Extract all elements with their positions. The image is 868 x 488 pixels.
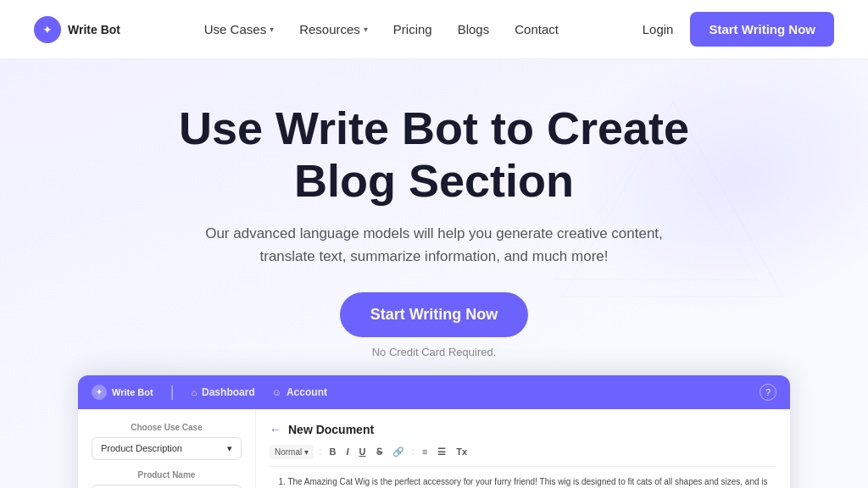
hero-title: Use Write Bot to Create Blog Section <box>17 102 851 207</box>
nav-resources[interactable]: Resources ▾ <box>299 22 368 36</box>
italic-button[interactable]: I <box>344 445 352 458</box>
chevron-down-icon: ▾ <box>227 443 232 454</box>
dash-logo-icon: ✦ <box>92 385 107 400</box>
hero-subtitle: Our advanced language models will help y… <box>197 222 671 268</box>
chevron-down-icon: ▾ <box>270 25 274 34</box>
underline-button[interactable]: U <box>357 445 369 458</box>
bullet-list-button[interactable]: ≡ <box>420 445 430 458</box>
use-case-label: Choose Use Case <box>92 423 242 432</box>
logo-text: Write Bot <box>68 23 120 36</box>
user-icon: ☺ <box>272 387 281 397</box>
nav-contact[interactable]: Contact <box>515 22 559 36</box>
nav-links: Use Cases ▾ Resources ▾ Pricing Blogs Co… <box>204 22 559 36</box>
use-case-select[interactable]: Product Description ▾ <box>92 437 242 460</box>
home-icon: ⌂ <box>191 387 197 397</box>
topbar-separator: | <box>170 383 175 401</box>
back-arrow-icon[interactable]: ← <box>270 423 281 436</box>
chevron-down-icon: ▾ <box>304 447 309 457</box>
dashboard-left-panel: Choose Use Case Product Description ▾ Pr… <box>78 409 256 488</box>
dash-help-button[interactable]: ? <box>760 384 776 401</box>
login-button[interactable]: Login <box>643 22 674 36</box>
dash-nav-dashboard[interactable]: ⌂ Dashboard <box>191 386 254 398</box>
bold-button[interactable]: B <box>327 445 339 458</box>
logo[interactable]: ✦ Write Bot <box>34 16 120 43</box>
editor-content[interactable]: 1. The Amazing Cat Wig is the perfect ac… <box>270 475 776 488</box>
hero-cta-button[interactable]: Start Writing Now <box>340 292 529 337</box>
document-header: ← New Document <box>270 423 776 436</box>
logo-icon: ✦ <box>34 16 61 43</box>
product-name-label: Product Name <box>92 470 242 480</box>
bg-decoration-x: ✕ <box>17 477 85 488</box>
text-style-dropdown[interactable]: Normal ▾ <box>270 445 314 459</box>
toolbar-separator: : <box>319 446 321 458</box>
toolbar-separator-2: : <box>412 446 415 458</box>
nav-cta-button[interactable]: Start Writing Now <box>690 12 834 47</box>
chevron-down-icon: ▾ <box>364 25 368 34</box>
dash-nav-account[interactable]: ☺ Account <box>272 386 327 398</box>
ordered-list-button[interactable]: ☰ <box>435 445 448 459</box>
navbar-actions: Login Start Writing Now <box>643 12 834 47</box>
nav-pricing[interactable]: Pricing <box>393 22 432 36</box>
no-credit-card-text: No Credit Card Required. <box>17 346 851 358</box>
product-name-input[interactable]: The Amazing Cat Wig <box>92 485 242 488</box>
clear-format-button[interactable]: Tx <box>453 445 470 458</box>
hero-section: ✕ Use Write Bot to Create Blog Section O… <box>0 59 868 488</box>
link-button[interactable]: 🔗 <box>390 445 407 459</box>
strikethrough-button[interactable]: S̶ <box>374 445 385 459</box>
document-title: New Document <box>288 423 374 436</box>
nav-use-cases[interactable]: Use Cases ▾ <box>204 22 274 36</box>
dashboard-right-panel: ← New Document Normal ▾ : B I U S̶ 🔗 : ≡ <box>256 409 790 488</box>
navbar: ✦ Write Bot Use Cases ▾ Resources ▾ Pric… <box>0 0 868 59</box>
dashboard-preview: ✦ Write Bot | ⌂ Dashboard ☺ Account ? Ch… <box>78 375 790 488</box>
nav-blogs[interactable]: Blogs <box>458 22 490 36</box>
editor-toolbar: Normal ▾ : B I U S̶ 🔗 : ≡ ☰ Tx <box>270 445 776 467</box>
dash-logo: ✦ Write Bot <box>92 385 153 400</box>
dashboard-body: Choose Use Case Product Description ▾ Pr… <box>78 409 790 488</box>
dashboard-topbar: ✦ Write Bot | ⌂ Dashboard ☺ Account ? <box>78 375 790 409</box>
